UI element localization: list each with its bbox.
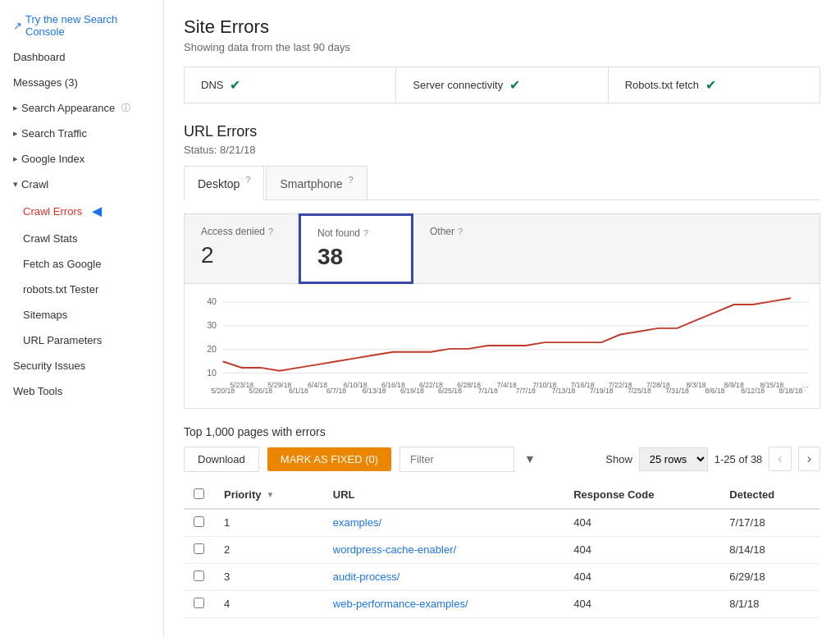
url-errors-tabs: Desktop ? Smartphone ? [184,166,820,200]
chart-area: 40 30 20 10 5/20/18 5/23/18 5/26/18 5/29… [184,284,820,409]
try-new-search-console[interactable]: ↗ Try the new Search Console [0,7,163,44]
site-error-server: Server connectivity ✔ [396,67,608,103]
row-checkbox[interactable] [194,598,204,608]
svg-text:8/6/18: 8/6/18 [705,386,725,394]
url-cell[interactable]: web-performance-examples/ [323,590,564,617]
response-code-col-header: Response Code [564,482,719,509]
expand-icon [13,154,18,164]
info-icon: ⓘ [121,102,130,114]
svg-text:7/4/18: 7/4/18 [497,381,517,389]
error-cards-container: Access denied ? 2 Not found ? 38 Other ? [184,213,820,284]
row-checkbox-cell [184,536,214,563]
sidebar-item-crawl-stats[interactable]: Crawl Stats [0,226,163,251]
row-checkbox[interactable] [194,543,204,554]
table-row: 1 examples/ 404 7/17/18 [184,509,820,537]
next-page-button[interactable]: › [798,447,820,471]
expand-icon [13,103,18,113]
priority-cell: 3 [214,563,323,590]
response-code-cell: 404 [564,536,719,563]
row-checkbox[interactable] [194,571,204,581]
site-error-robots: Robots.txt fetch ✔ [609,67,819,103]
expand-icon [13,128,18,139]
select-all-checkbox[interactable] [194,488,204,499]
url-cell[interactable]: examples/ [323,509,564,537]
priority-cell: 4 [214,590,323,617]
not-found-help-icon: ? [363,228,368,238]
error-card-access-denied[interactable]: Access denied ? 2 [184,213,299,284]
sidebar-item-web-tools[interactable]: Web Tools [0,378,163,404]
priority-cell: 2 [214,536,323,563]
sidebar-item-security-issues[interactable]: Security Issues [0,353,163,378]
mark-fixed-button[interactable]: MARK AS FIXED (0) [267,447,391,471]
response-code-cell: 404 [564,509,719,537]
url-cell[interactable]: audit-process/ [323,563,564,590]
detected-col-header: Detected [719,482,820,509]
sidebar-item-messages[interactable]: Messages (3) [0,70,163,95]
svg-text:8/18/18: 8/18/18 [779,386,803,394]
site-errors-row: DNS ✔ Server connectivity ✔ Robots.txt f… [184,66,820,103]
sidebar-item-search-traffic[interactable]: Search Traffic [0,121,163,146]
sidebar-item-crawl[interactable]: Crawl [0,172,163,197]
svg-text:...: ... [803,381,809,389]
page-count: 1-25 of 38 [714,453,763,465]
prev-page-button[interactable]: ‹ [769,447,791,471]
detected-cell: 7/17/18 [719,509,820,537]
error-card-other[interactable]: Other ? [413,213,820,284]
url-errors-title: URL Errors [184,123,820,140]
site-error-dns: DNS ✔ [185,67,396,103]
smartphone-help-icon: ? [349,175,354,185]
detected-cell: 8/14/18 [719,536,820,563]
filter-input[interactable] [399,447,514,472]
not-found-value: 38 [317,244,395,270]
sidebar-item-dashboard[interactable]: Dashboard [0,44,163,70]
sort-icon: ▼ [267,490,275,499]
sidebar-item-google-index[interactable]: Google Index [0,146,163,172]
sidebar-item-sitemaps[interactable]: Sitemaps [0,302,163,328]
detected-cell: 6/29/18 [719,563,820,590]
table-row: 3 audit-process/ 404 6/29/18 [184,563,820,590]
sidebar-item-fetch-google[interactable]: Fetch as Google [0,251,163,277]
rows-per-page-select[interactable]: 25 rows 10 rows 50 rows [639,447,708,471]
server-check-icon: ✔ [509,77,520,93]
error-card-not-found[interactable]: Not found ? 38 [299,213,413,284]
row-checkbox-cell [184,509,214,537]
sidebar-item-crawl-errors[interactable]: Crawl Errors ◄ [0,197,163,226]
site-errors-subtitle: Showing data from the last 90 days [184,41,820,53]
url-cell[interactable]: wordpress-cache-enabler/ [323,536,564,563]
table-controls: Download MARK AS FIXED (0) ▼ Show 25 row… [184,447,820,472]
error-urls-table: Priority ▼ URL Response Code Detected 1 … [184,482,820,618]
svg-text:30: 30 [207,320,217,330]
response-code-cell: 404 [564,590,719,617]
main-content: Site Errors Showing data from the last 9… [164,0,840,637]
tab-smartphone[interactable]: Smartphone ? [266,166,367,199]
robots-check-icon: ✔ [705,77,716,93]
page-title: Site Errors [184,16,820,38]
sidebar-item-search-appearance[interactable]: Search Appearance ⓘ [0,95,163,121]
robots-label: Robots.txt fetch [625,79,699,91]
response-code-cell: 404 [564,563,719,590]
other-help-icon: ? [458,227,463,236]
tab-desktop[interactable]: Desktop ? [184,166,264,200]
top-pages-label: Top 1,000 pages with errors [184,425,820,438]
sidebar-item-url-parameters[interactable]: URL Parameters [0,328,163,353]
pagination-controls: Show 25 rows 10 rows 50 rows 1-25 of 38 … [605,447,820,471]
sidebar-item-robots-tester[interactable]: robots.txt Tester [0,277,163,302]
url-errors-status: Status: 8/21/18 [184,144,820,156]
row-checkbox[interactable] [194,516,204,527]
access-denied-help-icon: ? [268,227,273,236]
svg-text:6/4/18: 6/4/18 [308,381,327,389]
filter-icon: ▼ [524,452,536,465]
dns-label: DNS [201,79,223,91]
show-label: Show [605,453,632,465]
download-button[interactable]: Download [184,447,259,472]
priority-col-header[interactable]: Priority ▼ [214,482,323,509]
access-denied-value: 2 [201,242,281,268]
svg-text:8/3/18: 8/3/18 [687,381,706,389]
external-link-icon: ↗ [13,20,22,32]
dns-check-icon: ✔ [230,77,240,93]
desktop-help-icon: ? [245,175,250,185]
svg-text:20: 20 [207,343,217,353]
server-label: Server connectivity [413,79,503,91]
detected-cell: 8/1/18 [719,590,820,617]
table-row: 2 wordpress-cache-enabler/ 404 8/14/18 [184,536,820,563]
